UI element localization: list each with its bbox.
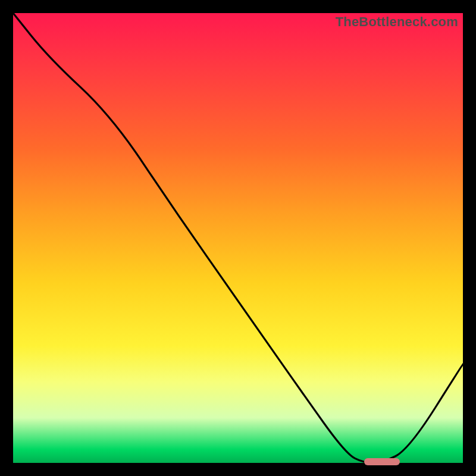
- bottleneck-curve-path: [13, 13, 463, 463]
- watermark-text: TheBottleneck.com: [336, 14, 458, 30]
- optimal-range-marker: [364, 458, 400, 465]
- plot-area: TheBottleneck.com: [13, 13, 463, 463]
- chart-svg: [13, 13, 463, 463]
- chart-stage: TheBottleneck.com: [0, 0, 476, 476]
